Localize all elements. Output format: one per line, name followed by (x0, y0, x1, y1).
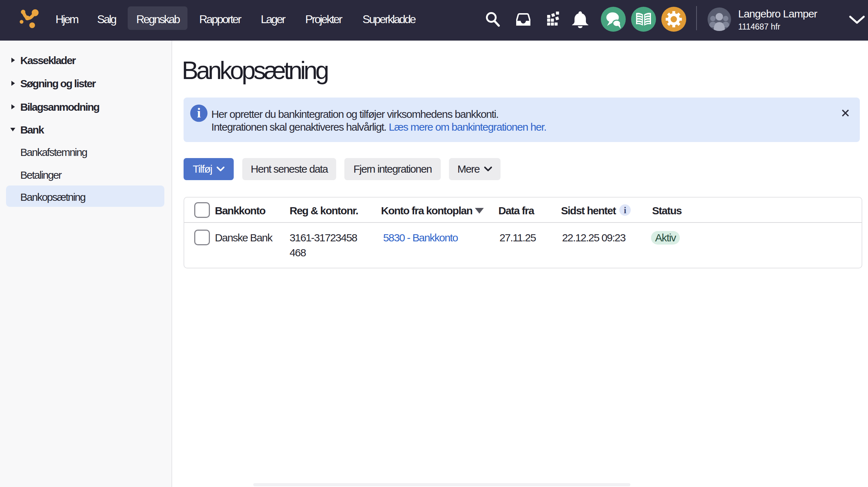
svg-text:i: i (624, 205, 626, 215)
svg-text:i: i (197, 105, 201, 120)
